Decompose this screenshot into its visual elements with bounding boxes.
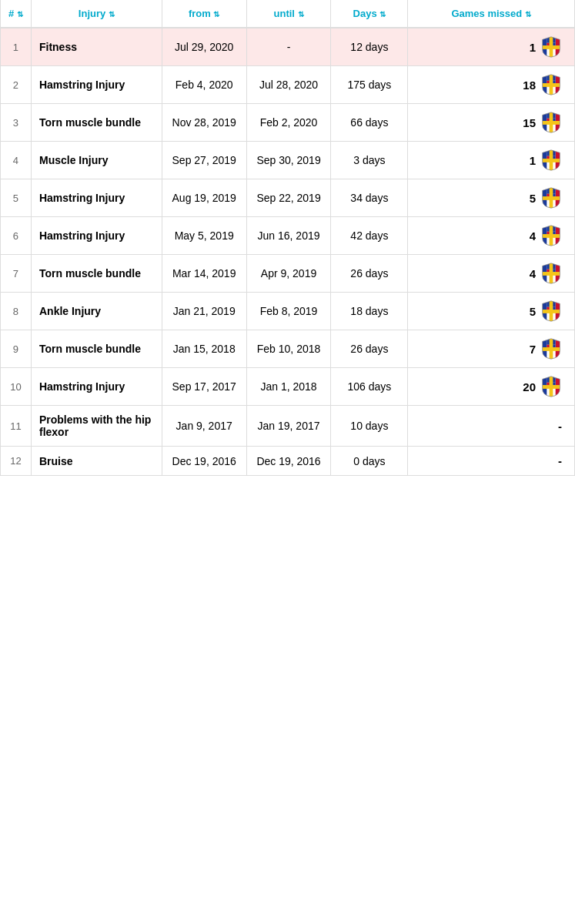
- cell-until: Jan 1, 2018: [246, 368, 331, 406]
- games-count: 18: [523, 79, 536, 92]
- cell-until: -: [246, 28, 331, 66]
- cell-from: Jul 29, 2020: [162, 28, 246, 66]
- cell-injury: Problems with the hip flexor: [31, 406, 162, 447]
- games-count: -: [558, 420, 562, 433]
- svg-rect-33: [553, 156, 556, 159]
- cell-injury: Fitness: [31, 28, 162, 66]
- cell-injury: Torn muscle bundle: [31, 104, 162, 142]
- svg-rect-51: [553, 232, 556, 235]
- cell-games: 4: [408, 217, 575, 255]
- table-row: 4 Muscle Injury Sep 27, 2019 Sep 30, 201…: [1, 142, 575, 179]
- svg-rect-69: [553, 307, 556, 310]
- cell-until: Sep 22, 2019: [246, 179, 331, 217]
- cell-from: Jan 9, 2017: [162, 406, 246, 447]
- games-count: 5: [530, 192, 536, 205]
- svg-rect-24: [553, 119, 556, 122]
- svg-rect-23: [547, 119, 550, 122]
- cell-games: 5: [408, 179, 575, 217]
- cell-games: 18: [408, 66, 575, 104]
- cell-injury: Torn muscle bundle: [31, 255, 162, 293]
- cell-until: Jul 28, 2020: [246, 66, 331, 104]
- col-header-days[interactable]: Days ⇅: [331, 0, 408, 28]
- sort-icon-injury: ⇅: [109, 10, 115, 18]
- svg-rect-32: [547, 156, 550, 159]
- svg-rect-41: [547, 194, 550, 197]
- cell-from: Jan 21, 2019: [162, 293, 246, 330]
- cell-games: 20: [408, 368, 575, 406]
- cell-index: 4: [1, 142, 32, 179]
- table-row: 8 Ankle Injury Jan 21, 2019 Feb 8, 2019 …: [1, 293, 575, 330]
- cell-until: Apr 9, 2019: [246, 255, 331, 293]
- cell-injury: Bruise: [31, 447, 162, 476]
- cell-days: 10 days: [331, 406, 408, 447]
- cell-from: Sep 17, 2017: [162, 368, 246, 406]
- svg-rect-60: [553, 270, 556, 273]
- cell-days: 175 days: [331, 66, 408, 104]
- cell-until: Jun 16, 2019: [246, 217, 331, 255]
- col-header-index[interactable]: # ⇅: [1, 0, 32, 28]
- svg-rect-26: [550, 112, 553, 133]
- cell-until: Feb 10, 2018: [246, 330, 331, 368]
- cell-index: 10: [1, 368, 32, 406]
- games-count: -: [558, 454, 562, 467]
- cell-games: 1: [408, 142, 575, 179]
- cell-days: 42 days: [331, 217, 408, 255]
- table-row: 10 Hamstring Injury Sep 17, 2017 Jan 1, …: [1, 368, 575, 406]
- games-count: 7: [530, 343, 536, 356]
- cell-injury: Ankle Injury: [31, 293, 162, 330]
- games-count: 15: [523, 116, 536, 129]
- cell-from: Dec 19, 2016: [162, 447, 246, 476]
- svg-rect-68: [547, 307, 550, 310]
- table-row: 7 Torn muscle bundle Mar 14, 2019 Apr 9,…: [1, 255, 575, 293]
- cell-index: 9: [1, 330, 32, 368]
- cell-until: Feb 2, 2020: [246, 104, 331, 142]
- sort-icon-until: ⇅: [298, 10, 304, 18]
- cell-days: 26 days: [331, 255, 408, 293]
- cell-from: Sep 27, 2019: [162, 142, 246, 179]
- cell-index: 2: [1, 66, 32, 104]
- table-row: 2 Hamstring Injury Feb 4, 2020 Jul 28, 2…: [1, 66, 575, 104]
- svg-rect-87: [553, 383, 556, 386]
- cell-injury: Hamstring Injury: [31, 368, 162, 406]
- cell-from: Feb 4, 2020: [162, 66, 246, 104]
- cell-games: 1: [408, 28, 575, 66]
- table-header-row: # ⇅ Injury ⇅ from ⇅ until ⇅ Days ⇅ Games…: [1, 0, 575, 28]
- svg-rect-53: [550, 226, 553, 246]
- cell-days: 66 days: [331, 104, 408, 142]
- col-header-from[interactable]: from ⇅: [162, 0, 246, 28]
- cell-injury: Hamstring Injury: [31, 179, 162, 217]
- svg-rect-59: [547, 270, 550, 273]
- cell-from: Mar 14, 2019: [162, 255, 246, 293]
- svg-rect-71: [550, 301, 553, 322]
- cell-index: 3: [1, 104, 32, 142]
- cell-games: -: [408, 406, 575, 447]
- col-header-injury[interactable]: Injury ⇅: [31, 0, 162, 28]
- cell-from: Aug 19, 2019: [162, 179, 246, 217]
- cell-index: 8: [1, 293, 32, 330]
- svg-rect-78: [553, 345, 556, 348]
- svg-rect-89: [550, 377, 553, 397]
- cell-games: 15: [408, 104, 575, 142]
- cell-index: 7: [1, 255, 32, 293]
- cell-index: 6: [1, 217, 32, 255]
- games-count: 20: [523, 380, 536, 393]
- cell-from: Jan 15, 2018: [162, 330, 246, 368]
- cell-until: Feb 8, 2019: [246, 293, 331, 330]
- svg-rect-8: [550, 37, 553, 58]
- cell-injury: Hamstring Injury: [31, 217, 162, 255]
- sort-icon-games: ⇅: [525, 10, 531, 18]
- games-count: 1: [530, 41, 536, 54]
- games-count: 1: [530, 154, 536, 167]
- cell-index: 11: [1, 406, 32, 447]
- cell-days: 0 days: [331, 447, 408, 476]
- col-header-until[interactable]: until ⇅: [246, 0, 331, 28]
- games-count: 4: [530, 267, 536, 280]
- col-header-games[interactable]: Games missed ⇅: [408, 0, 575, 28]
- cell-from: May 5, 2019: [162, 217, 246, 255]
- svg-rect-15: [553, 81, 556, 84]
- cell-index: 5: [1, 179, 32, 217]
- cell-days: 12 days: [331, 28, 408, 66]
- cell-games: 7: [408, 330, 575, 368]
- games-count: 4: [530, 229, 536, 243]
- svg-rect-17: [550, 75, 553, 95]
